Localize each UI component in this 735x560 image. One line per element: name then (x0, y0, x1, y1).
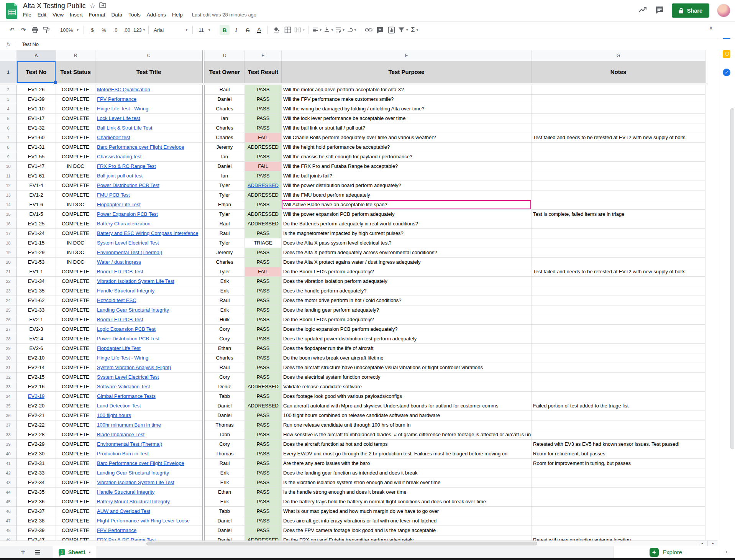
cell-notes[interactable] (532, 334, 705, 344)
cell-test-no[interactable]: EV1-34 (17, 277, 56, 286)
cell-test-no[interactable]: EV1-55 (17, 152, 56, 162)
cell-test-no[interactable]: EV2-30 (17, 449, 56, 459)
cell-notes[interactable] (532, 382, 705, 392)
cell-notes[interactable] (532, 286, 705, 296)
cell-test-purpose[interactable]: Will the FMU board perform adequately (282, 190, 532, 200)
cell-test-owner[interactable]: Charles (205, 258, 245, 267)
cell-test-owner[interactable]: Cory (205, 325, 245, 334)
cell-test-purpose[interactable]: Every EV/DV unit must go through the 2 h… (282, 449, 532, 459)
cell-test-no[interactable]: EV1-35 (17, 286, 56, 296)
cell-test-status[interactable]: COMPLETE (56, 296, 95, 305)
row-number[interactable]: 48 (0, 526, 17, 535)
cell-test-purpose[interactable]: Does the landing gear perform adequately… (282, 305, 532, 315)
cell-test-no[interactable]: EV2-29 (17, 440, 56, 449)
cell-test-result[interactable]: FAIL (245, 162, 282, 171)
cell-header-test-no[interactable]: Test No (17, 61, 56, 83)
cell-test-result[interactable]: PASS (245, 420, 282, 430)
cell-test-no[interactable]: EV1-5 (17, 210, 56, 219)
row-number[interactable]: 47 (0, 516, 17, 526)
cell-notes[interactable] (532, 305, 705, 315)
cell-test-purpose[interactable]: Do the battery trays hold the battery in… (282, 497, 532, 507)
cell-test-status[interactable]: COMPLETE (56, 353, 95, 363)
cell-notes[interactable] (532, 363, 705, 373)
cell-notes[interactable] (532, 392, 705, 401)
row-number[interactable]: 31 (0, 363, 17, 373)
cell-notes[interactable] (532, 143, 705, 152)
insert-comment-button[interactable] (375, 25, 385, 35)
cell-test-no[interactable]: EV1-31 (17, 143, 56, 152)
cell-test-no[interactable]: EV2-22 (17, 420, 56, 430)
row-number[interactable]: 40 (0, 449, 17, 459)
cell-test-result[interactable]: PASS (245, 459, 282, 468)
menu-format[interactable]: Format (86, 11, 108, 18)
cell-notes[interactable] (532, 315, 705, 325)
last-edit-link[interactable]: Last edit was 28 minutes ago (192, 12, 256, 18)
move-to-folder-icon[interactable] (99, 2, 106, 10)
fill-color-button[interactable] (271, 25, 281, 35)
cell-test-no[interactable]: EV2-16 (17, 382, 56, 392)
cell-notes[interactable] (532, 219, 705, 229)
cell-test-no[interactable]: EV2-15 (17, 373, 56, 382)
cell-test-title-link[interactable]: 100 flight hours (95, 411, 202, 420)
cell-test-status[interactable]: COMPLETE (56, 114, 95, 123)
row-number[interactable]: 37 (0, 420, 17, 430)
cell-test-result[interactable]: ADDRESSED (245, 210, 282, 219)
cell-test-status[interactable]: COMPLETE (56, 305, 95, 315)
cell-test-no[interactable]: EV2-6 (17, 344, 56, 353)
cell-test-owner[interactable]: Raul (205, 85, 245, 95)
cell-test-no[interactable]: EV2-37 (17, 507, 56, 516)
cell-test-title-link[interactable]: Blade Imbalance Test (95, 430, 202, 440)
cell-test-result[interactable]: PASS (245, 114, 282, 123)
cell-test-owner[interactable]: Erik (205, 468, 245, 478)
cell-test-owner[interactable]: Charles (205, 104, 245, 114)
cell-test-title-link[interactable]: 100hr minumum Burn in time (95, 420, 202, 430)
cell-test-title-link[interactable]: Logic Expansion PCB Test (95, 325, 202, 334)
sheets-logo-icon[interactable] (6, 3, 18, 20)
cell-test-result[interactable]: PASS (245, 392, 282, 401)
cell-test-owner[interactable]: Thomas (205, 449, 245, 459)
cell-test-no[interactable]: EV2-14 (17, 363, 56, 373)
cell-test-no[interactable]: EV2-19 (17, 392, 56, 401)
cell-notes[interactable]: Test failed and needs to be retested at … (532, 133, 705, 143)
font-size-select[interactable]: 11▾ (196, 25, 212, 35)
cell-test-status[interactable]: COMPLETE (56, 478, 95, 488)
cell-test-status[interactable]: COMPLETE (56, 420, 95, 430)
cell-test-result[interactable]: PASS (245, 373, 282, 382)
cell-test-owner[interactable]: Ethan (205, 200, 245, 210)
format-percent-button[interactable]: % (99, 25, 109, 35)
cell-notes[interactable] (532, 229, 705, 238)
cell-test-status[interactable]: COMPLETE (56, 468, 95, 478)
cell-test-status[interactable]: COMPLETE (56, 449, 95, 459)
cell-test-purpose[interactable]: Will the lock lever performance be accep… (282, 114, 532, 123)
cell-test-result[interactable]: FAIL (245, 133, 282, 143)
cell-test-no[interactable]: EV1-53 (17, 258, 56, 267)
menu-data[interactable]: Data (108, 11, 126, 18)
text-rotation-button[interactable]: ▾ (346, 25, 356, 35)
cell-test-result[interactable]: ADDRESSED (245, 401, 282, 411)
cell-test-status[interactable]: COMPLETE (56, 373, 95, 382)
cell-test-purpose[interactable]: Will the height hold performance be acce… (282, 143, 532, 152)
cell-notes[interactable] (532, 190, 705, 200)
row-number[interactable]: 29 (0, 344, 17, 353)
cell-test-no[interactable]: EV1-4 (17, 181, 56, 190)
cell-test-owner[interactable]: Tyler (205, 238, 245, 248)
cell-test-result[interactable]: PASS (245, 277, 282, 286)
cell-test-title-link[interactable]: Chassis loading test (95, 152, 202, 162)
cell-header-test-result[interactable]: Test Result (245, 61, 282, 83)
cell-test-no[interactable]: EV2-1 (17, 315, 56, 325)
google-keep-icon[interactable] (723, 50, 730, 58)
cell-test-owner[interactable]: Jeremy (205, 143, 245, 152)
row-number[interactable]: 36 (0, 411, 17, 420)
cell-test-owner[interactable]: Charles (205, 133, 245, 143)
cell-test-purpose[interactable]: Does the handle perform adequately? (282, 286, 532, 296)
cell-test-owner[interactable]: Deniz (205, 382, 245, 392)
cell-test-status[interactable]: IN DOC (56, 162, 95, 171)
cell-test-no[interactable]: EV1-6 (17, 200, 56, 210)
cell-test-status[interactable]: IN DOC (56, 200, 95, 210)
cell-test-purpose[interactable]: Does the landing gear function as intend… (282, 468, 532, 478)
cell-test-status[interactable]: COMPLETE (56, 440, 95, 449)
select-all-corner[interactable] (0, 50, 17, 61)
cell-test-no[interactable]: EV1-39 (17, 95, 56, 104)
bold-button[interactable]: B (220, 25, 230, 35)
cell-test-purpose[interactable]: Will the motor and drive perform accepta… (282, 85, 532, 95)
